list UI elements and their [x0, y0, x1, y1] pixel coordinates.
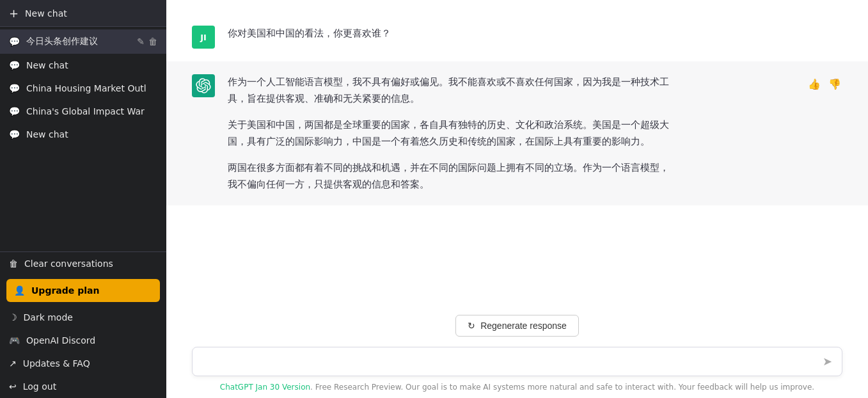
sidebar-item-conv-5[interactable]: 💬 New chat	[0, 123, 166, 146]
footer-version-link[interactable]: ChatGPT Jan 30 Version	[220, 383, 310, 392]
assistant-para-3: 两国在很多方面都有着不同的挑战和机遇，并在不同的国际问题上拥有不同的立场。作为一…	[228, 160, 675, 193]
message-actions: 👍 👎	[807, 74, 842, 193]
chat-icon-1: 💬	[9, 36, 20, 47]
dark-mode-button[interactable]: ☽ Dark mode	[0, 306, 166, 329]
input-area: ➤	[166, 342, 868, 379]
openai-discord-label: OpenAI Discord	[26, 335, 95, 346]
conv-label-4: China's Global Impact War	[26, 106, 157, 116]
dark-mode-label: Dark mode	[24, 312, 73, 322]
chat-icon-4: 💬	[9, 106, 20, 116]
sidebar-item-conv-3[interactable]: 💬 China Housing Market Outl	[0, 77, 166, 100]
conversation-list: 💬 今日头条创作建议 ✎ 🗑 💬 New chat 💬 China Housin…	[0, 27, 166, 251]
user-message-row: JI 你对美国和中国的看法，你更喜欢谁？	[166, 13, 868, 61]
send-button[interactable]: ➤	[820, 352, 835, 371]
gpt-logo-icon	[196, 78, 211, 93]
delete-icon-1[interactable]: 🗑	[148, 36, 157, 47]
new-chat-top-label: New chat	[25, 8, 67, 19]
user-message-text: 你对美国和中国的看法，你更喜欢谁？	[228, 26, 675, 42]
footer-text: ChatGPT Jan 30 Version. Free Research Pr…	[166, 379, 868, 398]
person-icon: 👤	[14, 285, 25, 296]
plus-icon: +	[9, 6, 19, 20]
conv-label-2: New chat	[26, 60, 157, 70]
log-out-button[interactable]: ↩ Log out	[0, 375, 166, 398]
moon-icon: ☽	[9, 312, 17, 322]
edit-icon-1[interactable]: ✎	[137, 36, 145, 47]
footer-static-text: . Free Research Preview. Our goal is to …	[310, 383, 814, 392]
chat-icon-5: 💬	[9, 129, 20, 139]
logout-icon: ↩	[9, 381, 17, 392]
sidebar-item-conv-1[interactable]: 💬 今日头条创作建议 ✎ 🗑	[0, 29, 166, 54]
chat-area: JI 你对美国和中国的看法，你更喜欢谁？ 作为一个人工智能语言模型，我不具有偏好…	[166, 0, 868, 306]
assistant-message-content: 作为一个人工智能语言模型，我不具有偏好或偏见。我不能喜欢或不喜欢任何国家，因为我…	[228, 74, 675, 193]
user-avatar: JI	[192, 26, 215, 49]
regenerate-bar: ↻ Regenerate response	[166, 306, 868, 342]
updates-faq-button[interactable]: ↗ Updates & FAQ	[0, 352, 166, 375]
conv-actions-1: ✎ 🗑	[137, 36, 157, 47]
gpt-avatar	[192, 74, 215, 97]
assistant-message-row: 作为一个人工智能语言模型，我不具有偏好或偏见。我不能喜欢或不喜欢任何国家，因为我…	[166, 61, 868, 205]
new-chat-top-button[interactable]: + New chat	[0, 0, 166, 27]
thumbs-down-button[interactable]: 👎	[827, 77, 842, 92]
chat-icon-3: 💬	[9, 83, 20, 93]
assistant-para-2: 关于美国和中国，两国都是全球重要的国家，各自具有独特的历史、文化和政治系统。美国…	[228, 117, 675, 150]
conv-label-5: New chat	[26, 129, 157, 139]
log-out-label: Log out	[23, 381, 56, 392]
clear-conversations-label: Clear conversations	[24, 259, 113, 269]
chat-input[interactable]	[192, 347, 842, 376]
openai-discord-button[interactable]: 🎮 OpenAI Discord	[0, 329, 166, 352]
regenerate-button[interactable]: ↻ Regenerate response	[455, 315, 579, 337]
discord-icon: 🎮	[9, 335, 20, 346]
sidebar: + New chat 💬 今日头条创作建议 ✎ 🗑 💬 New chat 💬 C…	[0, 0, 166, 398]
sidebar-item-conv-4[interactable]: 💬 China's Global Impact War	[0, 100, 166, 123]
regenerate-icon: ↻	[468, 321, 475, 331]
conv-label-3: China Housing Market Outl	[26, 83, 157, 93]
thumbs-up-button[interactable]: 👍	[807, 77, 822, 92]
main-content: JI 你对美国和中国的看法，你更喜欢谁？ 作为一个人工智能语言模型，我不具有偏好…	[166, 0, 868, 398]
upgrade-plan-label: Upgrade plan	[31, 285, 99, 296]
upgrade-plan-button[interactable]: 👤 Upgrade plan	[6, 279, 160, 302]
trash-icon: 🗑	[9, 259, 18, 269]
sidebar-bottom: 🗑 Clear conversations 👤 Upgrade plan ☽ D…	[0, 251, 166, 398]
external-link-icon: ↗	[9, 358, 17, 369]
clear-conversations-button[interactable]: 🗑 Clear conversations	[0, 252, 166, 275]
regenerate-label: Regenerate response	[480, 321, 567, 331]
conv-label-1: 今日头条创作建议	[26, 36, 130, 47]
assistant-para-1: 作为一个人工智能语言模型，我不具有偏好或偏见。我不能喜欢或不喜欢任何国家，因为我…	[228, 74, 675, 107]
user-message-content: 你对美国和中国的看法，你更喜欢谁？	[228, 26, 675, 49]
sidebar-item-conv-2[interactable]: 💬 New chat	[0, 54, 166, 77]
updates-faq-label: Updates & FAQ	[23, 358, 90, 369]
chat-icon-2: 💬	[9, 60, 20, 70]
